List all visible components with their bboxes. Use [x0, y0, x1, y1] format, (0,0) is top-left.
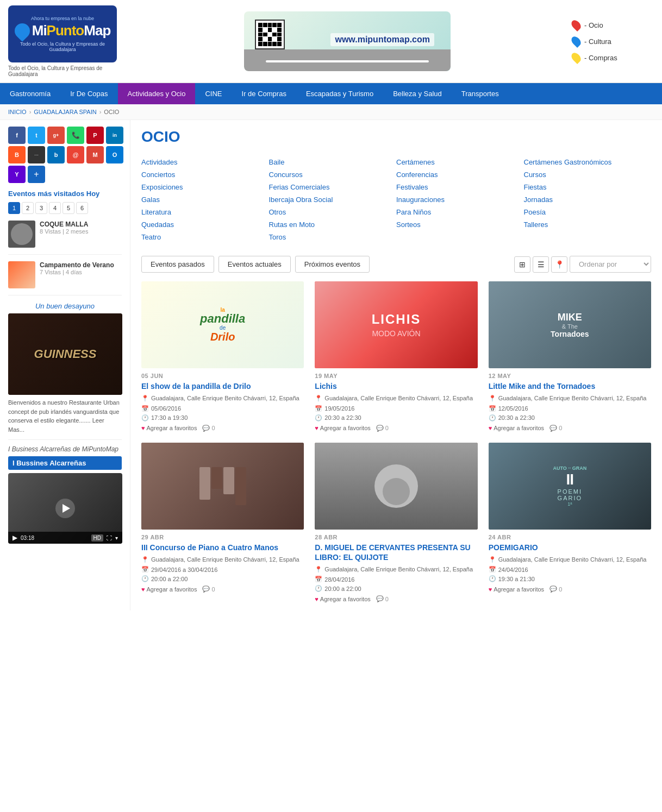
cat-quedadas[interactable]: Quedadas [141, 219, 269, 230]
social-gmail[interactable]: M [86, 146, 104, 163]
cat-para-ninos[interactable]: Para Niños [396, 206, 524, 218]
cat-jornadas[interactable]: Jornadas [524, 194, 652, 205]
cat-conciertos[interactable]: Conciertos [141, 169, 269, 180]
cat-teatro[interactable]: Teatro [141, 231, 269, 243]
social-email[interactable]: @ [67, 146, 84, 163]
sidebar-ad-image[interactable]: GUINNESS [8, 313, 122, 395]
cat-conferencias[interactable]: Conferencias [396, 169, 524, 180]
event-5-title[interactable]: D. MIGUEL DE CERVANTES PRESENTA SU LIBRO… [315, 543, 477, 562]
social-blogger[interactable]: B [8, 146, 26, 163]
event-4-comments[interactable]: 💬 0 [202, 586, 215, 593]
nav-transportes[interactable]: Transportes [452, 83, 509, 104]
cat-ferias[interactable]: Ferias Comerciales [269, 181, 397, 193]
cat-poesia[interactable]: Poesía [524, 206, 652, 218]
nav-cine[interactable]: CINE [195, 83, 232, 104]
social-linkedin[interactable]: in [106, 127, 123, 144]
event-4-date: 29 ABR [141, 534, 304, 540]
social-pinterest[interactable]: P [86, 127, 104, 144]
event-3-title[interactable]: Little Mike and the Tornadoes [489, 381, 651, 391]
cat-sorteos[interactable]: Sorteos [396, 219, 524, 230]
event-5-fav[interactable]: ♥ Agregar a favoritos [315, 596, 370, 602]
event-6-title[interactable]: POEMIGARIO [489, 543, 651, 552]
cat-cursos[interactable]: Cursos [524, 169, 652, 180]
event-5-thumb[interactable] [315, 443, 477, 530]
grid-view-icon[interactable]: ⊞ [514, 256, 530, 273]
social-bookmark[interactable]: ⋯ [28, 146, 45, 163]
breadcrumb-guadalajara[interactable]: GUADALAJARA SPAIN [34, 109, 96, 115]
event-2-fav[interactable]: ♥ Agregar a favoritos [315, 425, 370, 431]
video-fullscreen-icon[interactable]: ⛶ [107, 535, 112, 541]
sidebar-ad-title[interactable]: Un buen desayuno [8, 302, 122, 310]
page-1[interactable]: 1 [8, 202, 20, 214]
social-plus[interactable]: + [28, 166, 45, 183]
cat-certamenes[interactable]: Certámenes [396, 156, 524, 168]
event-6-comments[interactable]: 💬 0 [549, 586, 562, 593]
cat-fiestas[interactable]: Fiestas [524, 181, 652, 193]
event-4-thumb[interactable] [141, 443, 304, 530]
social-googleplus[interactable]: g+ [47, 127, 65, 144]
cat-exposiciones[interactable]: Exposiciones [141, 181, 269, 193]
cat-talleres[interactable]: Talleres [524, 219, 652, 230]
page-6[interactable]: 6 [76, 202, 88, 214]
page-4[interactable]: 4 [49, 202, 61, 214]
social-yahoo[interactable]: Y [8, 166, 26, 183]
nav-ir-de-compras[interactable]: Ir de Compras [232, 83, 296, 104]
page-5[interactable]: 5 [63, 202, 74, 214]
cat-certamenes-gastronomicos[interactable]: Certámenes Gastronómicos [524, 156, 652, 168]
map-view-icon[interactable]: 📍 [551, 256, 567, 273]
cat-empty-2 [524, 231, 652, 243]
cat-literatura[interactable]: Literatura [141, 206, 269, 218]
nav-belleza[interactable]: Belleza y Salud [383, 83, 452, 104]
event-1-thumb[interactable]: la pandilla de Drilo [141, 281, 304, 368]
event-3-comments[interactable]: 💬 0 [549, 425, 562, 432]
event-1-title[interactable]: El show de la pandilla de Drilo [141, 381, 304, 391]
event-1-comments[interactable]: 💬 0 [202, 425, 215, 432]
page-2[interactable]: 2 [22, 202, 34, 214]
filter-past-btn[interactable]: Eventos pasados [141, 256, 214, 273]
breadcrumb-inicio[interactable]: INICIO [8, 109, 27, 115]
event-2-title[interactable]: Lichis [315, 381, 477, 391]
play-icon-small[interactable]: ▶ [13, 534, 17, 542]
event-1-fav[interactable]: ♥ Agregar a favoritos [141, 425, 197, 431]
social-twitter[interactable]: t [28, 127, 45, 144]
cat-otros[interactable]: Otros [269, 206, 397, 218]
cat-baile[interactable]: Baile [269, 156, 397, 168]
nav-gastronomia[interactable]: Gastronomía [0, 83, 60, 104]
cat-concursos[interactable]: Concursos [269, 169, 397, 180]
event-6-thumb[interactable]: AUTO ·· GRAN II POEMI GARIO 1ª [489, 443, 651, 530]
social-paypal[interactable]: b [47, 146, 65, 163]
event-2-comments[interactable]: 💬 0 [376, 425, 389, 432]
sidebar-event-1-title[interactable]: COQUE MALLA [40, 221, 88, 228]
cat-inauguraciones[interactable]: Inauguraciones [396, 194, 524, 205]
social-facebook[interactable]: f [8, 127, 26, 144]
event-3-fav[interactable]: ♥ Agregar a favoritos [489, 425, 544, 431]
cat-galas[interactable]: Galas [141, 194, 269, 205]
event-3-thumb[interactable]: MIKE & The Tornadoes [489, 281, 651, 368]
comment-icon-1: 💬 [202, 425, 210, 432]
sidebar-video-container[interactable]: ▶ 03:18 HD ⛶ ▾ [8, 473, 122, 544]
cat-rutas-moto[interactable]: Rutas en Moto [269, 219, 397, 230]
cat-actividades[interactable]: Actividades [141, 156, 269, 168]
logo[interactable]: Ahora tu empresa en la nube MiPuntoMap T… [8, 5, 117, 62]
list-view-icon[interactable]: ☰ [533, 256, 549, 273]
filter-current-btn[interactable]: Eventos actuales [218, 256, 291, 273]
nav-escapadas[interactable]: Escapadas y Turismo [296, 83, 383, 104]
cat-toros[interactable]: Toros [269, 231, 397, 243]
social-outlook[interactable]: O [106, 146, 123, 163]
nav-ir-de-copas[interactable]: Ir De Copas [60, 83, 117, 104]
event-2-thumb[interactable]: LICHIS MODO AVIÓN [315, 281, 477, 368]
cat-ibercaja[interactable]: Ibercaja Obra Social [269, 194, 397, 205]
event-4-title[interactable]: III Concurso de Piano a Cuatro Manos [141, 543, 304, 552]
event-5-comments[interactable]: 💬 0 [376, 595, 389, 602]
event-4-fav[interactable]: ♥ Agregar a favoritos [141, 586, 197, 593]
nav-actividades-ocio[interactable]: Actividades y Ocio [118, 83, 196, 104]
filter-upcoming-btn[interactable]: Próximos eventos [295, 256, 370, 273]
video-menu-icon[interactable]: ▾ [115, 535, 118, 541]
sidebar-event-2-title[interactable]: Campamento de Verano [40, 261, 114, 269]
page-3[interactable]: 3 [35, 202, 47, 214]
social-whatsapp[interactable]: 📞 [67, 127, 84, 144]
sort-select[interactable]: Ordenar por [570, 256, 651, 273]
event-5-time: 🕐 20:00 a 22:00 [315, 585, 477, 592]
cat-festivales[interactable]: Festivales [396, 181, 524, 193]
event-6-fav[interactable]: ♥ Agregar a favoritos [489, 586, 544, 593]
